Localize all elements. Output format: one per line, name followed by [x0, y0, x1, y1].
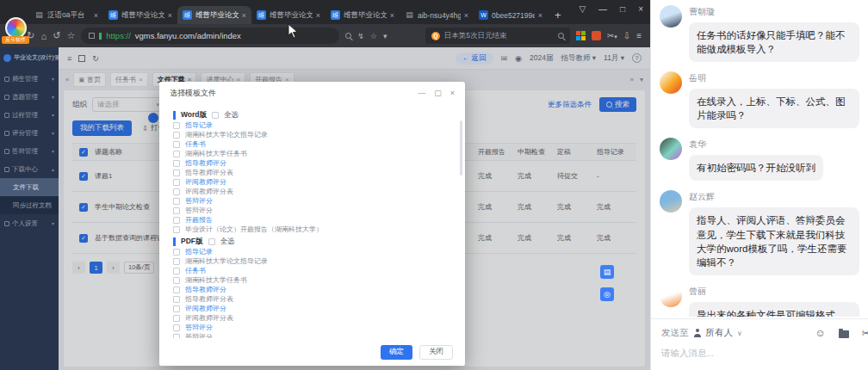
- avatar: [660, 5, 682, 28]
- checkbox-unchecked[interactable]: [173, 179, 180, 186]
- scissors-icon[interactable]: ✂▾: [607, 31, 617, 40]
- emoji-icon[interactable]: ☺: [815, 328, 826, 338]
- modal-list-item[interactable]: 指导记录: [173, 247, 451, 256]
- modal-list-item[interactable]: 答辩评分: [173, 206, 451, 215]
- modal-list-item[interactable]: 湖南科技大学任务书: [173, 275, 451, 285]
- browser-tab[interactable]: 维维普毕业论文(设计×: [326, 6, 400, 24]
- checkbox-unchecked[interactable]: [173, 151, 180, 157]
- modal-list-item[interactable]: 指导教师评分表: [173, 294, 451, 304]
- checkbox-unchecked[interactable]: [173, 217, 180, 224]
- checkbox-unchecked[interactable]: [173, 296, 180, 303]
- browser-tab[interactable]: ▤aib-nsu4y4hg7×: [400, 6, 474, 24]
- modal-list-item[interactable]: 任务书: [173, 266, 451, 275]
- checkbox-unchecked[interactable]: [173, 132, 180, 139]
- scissors-icon[interactable]: ✂: [862, 328, 868, 339]
- modal-list-item[interactable]: 开题报告: [173, 215, 451, 225]
- apps-grid-icon[interactable]: [576, 31, 586, 40]
- modal-list-item[interactable]: 毕业设计（论文）开题报告（湖南科技大学）: [173, 225, 451, 234]
- checkbox-unchecked[interactable]: [173, 268, 180, 274]
- modal-list-item[interactable]: 指导教师评分表: [173, 168, 451, 177]
- search-icon[interactable]: [558, 33, 564, 39]
- modal-list-item[interactable]: 指导教师评分: [173, 158, 451, 168]
- checkbox-unchecked[interactable]: [173, 315, 180, 322]
- browser-tab[interactable]: 维维普毕业论文(设计×: [177, 6, 251, 24]
- flash-icon[interactable]: ↯: [357, 32, 364, 40]
- favorite-star-icon[interactable]: ☆: [370, 32, 377, 40]
- checkbox-unchecked[interactable]: [173, 188, 180, 195]
- checkbox-unchecked[interactable]: [173, 287, 180, 293]
- browser-tab[interactable]: ▤泛语oa平台×: [29, 6, 103, 24]
- modal-list-item[interactable]: 湖南科技大学论文指导记录: [173, 256, 451, 266]
- modal-list-item[interactable]: 评阅教师评分表: [173, 313, 451, 323]
- checkbox-unchecked[interactable]: [173, 277, 180, 284]
- tab-close-icon[interactable]: ×: [242, 11, 246, 20]
- chevron-down-icon[interactable]: ▾: [383, 32, 388, 40]
- weipu-icon: 维: [257, 10, 266, 20]
- checkbox-unchecked[interactable]: [173, 122, 180, 129]
- modal-list-item[interactable]: 答辩评分: [173, 323, 451, 332]
- modal-list-item[interactable]: 任务书: [173, 139, 451, 149]
- browser-tab[interactable]: 维维普毕业论文(设计×: [251, 6, 326, 24]
- tab-close-icon[interactable]: ×: [538, 11, 542, 20]
- overlay-app-logo[interactable]: 反斗软件: [2, 17, 29, 44]
- close-icon[interactable]: ×: [638, 4, 643, 14]
- modal-list-item[interactable]: 评阅教师评分表: [173, 187, 451, 196]
- maximize-icon[interactable]: ▢: [434, 89, 442, 97]
- file-folder-icon[interactable]: [839, 330, 849, 338]
- modal-list-item[interactable]: 指导记录: [173, 120, 451, 130]
- modal-list-item[interactable]: 答辩评分: [173, 332, 451, 338]
- checkbox-unchecked[interactable]: [173, 249, 180, 256]
- select-all-checkbox[interactable]: [212, 112, 219, 119]
- item-label: 指导教师评分: [185, 158, 226, 168]
- tab-close-icon[interactable]: ×: [94, 11, 98, 20]
- close-button[interactable]: 关闭: [419, 345, 453, 360]
- confirm-button[interactable]: 确定: [381, 345, 412, 360]
- modal-list-item[interactable]: 湖南科技大学任务书: [173, 149, 451, 158]
- tab-close-icon[interactable]: ×: [168, 11, 172, 20]
- checkbox-unchecked[interactable]: [173, 198, 180, 205]
- minimize-icon[interactable]: —: [418, 89, 425, 97]
- browser-tab[interactable]: 维维普毕业论文(设计×: [103, 6, 177, 24]
- checkbox-unchecked[interactable]: [173, 170, 180, 176]
- tab-close-icon[interactable]: ×: [390, 11, 394, 20]
- close-icon[interactable]: ×: [450, 89, 455, 97]
- select-all-checkbox[interactable]: [208, 238, 215, 245]
- minimize-icon[interactable]: —: [598, 4, 607, 14]
- message-content: 曾丽导出来的各种文件是可编辑格式不？这个导出来估计格式是乱的。: [689, 285, 859, 317]
- modal-list-item[interactable]: 指导教师评分: [173, 285, 451, 294]
- checkbox-unchecked[interactable]: [173, 160, 180, 167]
- page-icon: ▤: [34, 10, 44, 20]
- undo-icon[interactable]: ↺: [53, 30, 60, 41]
- browser-search-box[interactable]: Q 日本第5次日元结束: [425, 28, 570, 44]
- checkbox-unchecked[interactable]: [173, 141, 180, 148]
- new-tab-button[interactable]: +: [555, 9, 561, 22]
- tab-close-icon[interactable]: ×: [464, 11, 468, 20]
- floating-doc-button[interactable]: ▤: [600, 265, 614, 279]
- checkbox-unchecked[interactable]: [173, 207, 180, 214]
- url-bar[interactable]: https:// vgms.fanyu.com/admin/index: [81, 28, 339, 44]
- download-icon[interactable]: ⇩: [623, 31, 630, 40]
- message-bubble: 导出来的各种文件是可编辑格式不？这个导出来估计格式是乱的。: [689, 302, 859, 317]
- modal-list-item[interactable]: 答辩评分: [173, 196, 451, 206]
- bookmark-star-icon[interactable]: ☆: [66, 30, 75, 41]
- checkbox-unchecked[interactable]: [173, 226, 180, 233]
- menu-icon[interactable]: ≡: [636, 31, 642, 40]
- workspace-icon[interactable]: ▽: [579, 4, 586, 14]
- extension-icon[interactable]: [592, 31, 601, 40]
- zoom-icon[interactable]: [345, 33, 351, 39]
- scrollbar-thumb[interactable]: [460, 120, 462, 176]
- chevron-down-icon[interactable]: ∨: [737, 330, 742, 337]
- tab-close-icon[interactable]: ×: [316, 11, 320, 20]
- modal-list-item[interactable]: 评阅教师评分: [173, 177, 451, 187]
- audience-select[interactable]: 所有人: [706, 327, 734, 339]
- checkbox-unchecked[interactable]: [173, 305, 180, 312]
- modal-list-item[interactable]: 湖南科技大学论文指导记录: [173, 130, 451, 139]
- message-input[interactable]: 请输入消息...: [661, 348, 858, 360]
- checkbox-unchecked[interactable]: [173, 324, 180, 331]
- modal-list-item[interactable]: 评阅教师评分: [173, 304, 451, 313]
- browser-tab[interactable]: W0bee527199ed66×: [474, 6, 548, 24]
- checkbox-unchecked[interactable]: [173, 258, 180, 265]
- floating-help-button[interactable]: ◎: [600, 287, 614, 301]
- maximize-icon[interactable]: □: [620, 4, 625, 14]
- home-icon[interactable]: ⌂: [41, 31, 47, 41]
